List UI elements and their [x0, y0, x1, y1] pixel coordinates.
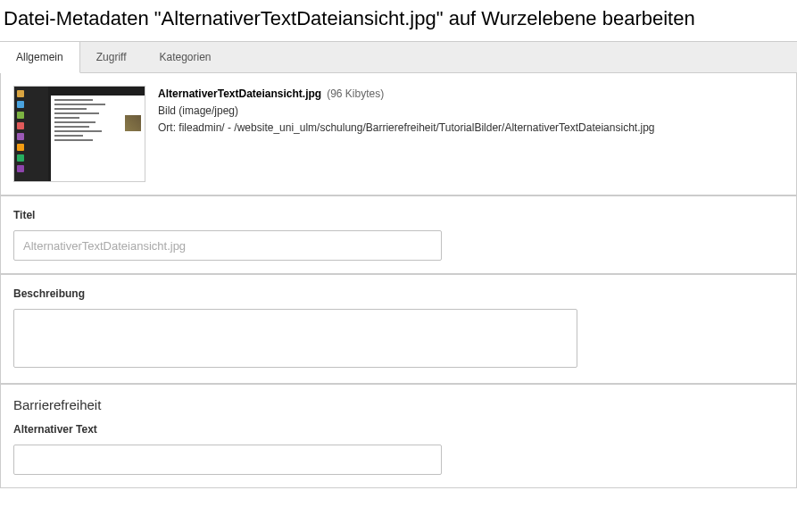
alt-text-label: Alternativer Text: [13, 423, 784, 436]
tab-bar: Allgemein Zugriff Kategorien: [0, 41, 797, 73]
file-details: AlternativerTextDateiansicht.jpg (96 Kib…: [158, 86, 784, 137]
description-label: Beschreibung: [13, 287, 784, 300]
title-section: Titel: [0, 195, 797, 274]
tab-access[interactable]: Zugriff: [80, 42, 144, 72]
file-location: Ort: fileadmin/ - /website_uni_ulm/schul…: [158, 120, 784, 137]
title-input[interactable]: [13, 230, 442, 261]
description-input[interactable]: [13, 309, 577, 368]
file-info-section: AlternativerTextDateiansicht.jpg (96 Kib…: [0, 73, 797, 195]
tab-categories[interactable]: Kategorien: [144, 42, 228, 72]
file-thumbnail: [13, 86, 145, 182]
file-type: Bild (image/jpeg): [158, 103, 784, 120]
file-location-label: Ort:: [158, 121, 176, 134]
tab-general[interactable]: Allgemein: [0, 42, 80, 73]
accessibility-section: Barrierefreiheit Alternativer Text: [0, 384, 797, 488]
alt-text-input[interactable]: [13, 445, 442, 475]
page-title: Datei-Metadaten "AlternativerTextDateian…: [0, 0, 797, 41]
file-name: AlternativerTextDateiansicht.jpg: [158, 86, 321, 103]
title-label: Titel: [13, 209, 784, 221]
accessibility-heading: Barrierefreiheit: [13, 397, 784, 412]
description-section: Beschreibung: [0, 274, 797, 384]
file-size: (96 Kibytes): [327, 86, 384, 103]
file-location-path: fileadmin/ - /website_uni_ulm/schulung/B…: [178, 121, 654, 134]
